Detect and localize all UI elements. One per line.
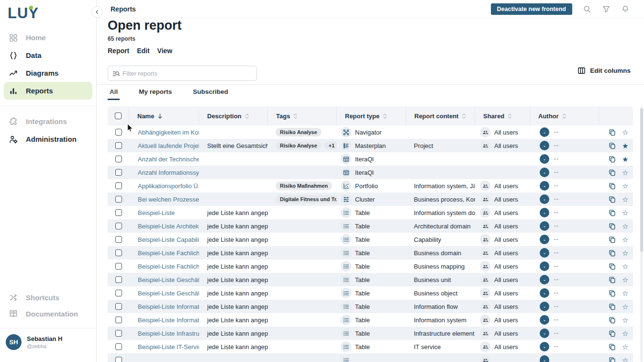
star-outline-icon[interactable]: ☆ [622,209,628,216]
select-all-checkbox[interactable] [115,113,122,119]
star-outline-icon[interactable]: ☆ [622,223,628,230]
copy-icon[interactable] [609,209,616,216]
row-checkbox[interactable] [115,343,122,350]
edit-columns-button[interactable]: Edit columns [577,67,631,75]
report-name-link[interactable]: Beispiel-Liste Capability [138,236,199,243]
tab-my-reports[interactable]: My reports [137,85,174,100]
filter-icon[interactable] [602,5,611,13]
report-name-link[interactable]: Anzahl Informationssy... [138,169,199,176]
copy-icon[interactable] [609,343,616,351]
copy-icon[interactable] [609,249,616,257]
copy-icon[interactable] [609,290,616,297]
sidebar-item-home[interactable]: Home [4,29,92,46]
tab-subscribed[interactable]: Subscribed [191,85,230,100]
copy-icon[interactable] [609,223,616,230]
sort-icon[interactable] [245,113,249,119]
row-checkbox[interactable] [115,196,122,203]
menu-report[interactable]: Report [108,47,129,55]
sort-icon[interactable] [562,113,566,119]
row-checkbox[interactable] [115,142,122,149]
row-checkbox[interactable] [115,209,122,216]
report-name-link[interactable]: Beispiel-Liste Infrastru... [138,330,199,337]
star-outline-icon[interactable]: ☆ [622,303,628,310]
bell-icon[interactable] [621,5,630,13]
scrollbar-thumb[interactable] [640,108,643,252]
copy-icon[interactable] [609,182,616,190]
star-outline-icon[interactable]: ☆ [622,249,628,257]
star-filled-icon[interactable]: ★ [622,142,628,149]
row-checkbox[interactable] [115,169,122,176]
copy-icon[interactable] [609,357,616,362]
report-name-link[interactable]: Beispiel-Liste [138,209,175,216]
deactivate-new-frontend-button[interactable]: Deactivate new frontend [491,3,572,15]
star-outline-icon[interactable]: ☆ [622,276,628,283]
sort-icon[interactable] [508,113,512,119]
report-name-link[interactable]: Beispiel-Liste Informati... [138,317,199,324]
row-checkbox[interactable] [115,129,122,136]
row-checkbox[interactable] [115,156,122,162]
star-filled-icon[interactable]: ★ [622,156,628,163]
sort-icon[interactable] [293,113,298,119]
star-outline-icon[interactable]: ☆ [622,182,628,190]
row-checkbox[interactable] [115,317,122,323]
star-outline-icon[interactable]: ☆ [622,317,628,324]
sidebar-item-data[interactable]: Data [4,46,92,64]
report-name-link[interactable]: Beispiel-Liste Geschäft... [138,276,199,283]
report-name-link[interactable]: Beispiel-Liste Fachlich... [138,249,199,257]
row-checkbox[interactable] [115,276,122,283]
filter-reports-input[interactable] [122,67,254,80]
report-name-link[interactable]: Applikationsporfolio Ü... [138,182,199,190]
copy-icon[interactable] [609,276,616,283]
row-checkbox[interactable] [115,303,122,310]
report-name-link[interactable]: Abhängigkeiten im Kon... [138,129,199,136]
row-checkbox[interactable] [115,182,122,189]
row-checkbox[interactable] [115,249,122,256]
sidebar-item-reports[interactable]: Reports [4,82,92,100]
report-name-link[interactable]: Aktuell laufende Projek... [138,142,199,149]
tab-all[interactable]: All [108,85,120,100]
report-name-link[interactable]: Beispiel-Liste Geschäft... [138,290,199,297]
copy-icon[interactable] [609,317,616,324]
sidebar-item-diagrams[interactable]: Diagrams [4,64,92,82]
star-outline-icon[interactable]: ☆ [622,263,628,270]
star-outline-icon[interactable]: ☆ [622,290,628,297]
copy-icon[interactable] [609,156,616,163]
row-checkbox[interactable] [115,223,122,229]
report-name-link[interactable]: Bei welchen Prozessen... [138,196,199,203]
sort-desc-icon[interactable] [157,113,163,119]
copy-icon[interactable] [609,142,616,149]
row-checkbox[interactable] [115,330,122,337]
menu-view[interactable]: View [157,47,173,55]
sidebar-item-shortcuts[interactable]: Shortcuts [4,289,92,305]
copy-icon[interactable] [609,330,616,337]
sidebar-item-documentation[interactable]: Documentation [4,305,92,322]
copy-icon[interactable] [609,263,616,270]
sidebar-item-integrations[interactable]: Integrations [4,113,92,130]
user-profile[interactable]: SH Sebastian H @sebha [6,334,62,350]
search-icon[interactable] [583,5,591,13]
copy-icon[interactable] [609,129,616,136]
menu-edit[interactable]: Edit [137,47,149,55]
row-checkbox[interactable] [115,236,122,243]
report-name-link[interactable]: Beispiel-Liste Architekt... [138,223,199,230]
report-name-link[interactable]: Beispiel-Liste Fachlich... [138,263,199,270]
report-name-link[interactable]: Beispiel-Liste Informati... [138,303,199,310]
row-checkbox[interactable] [115,263,122,270]
copy-icon[interactable] [609,236,616,243]
sidebar-collapse-button[interactable] [91,6,103,18]
sort-icon[interactable] [383,113,387,119]
star-outline-icon[interactable]: ☆ [622,343,628,351]
copy-icon[interactable] [609,169,616,176]
star-outline-icon[interactable]: ☆ [622,357,628,362]
star-outline-icon[interactable]: ☆ [622,129,628,136]
star-outline-icon[interactable]: ☆ [622,169,628,176]
star-outline-icon[interactable]: ☆ [622,236,628,243]
report-name-link[interactable]: Anzahl der Technische... [138,156,199,163]
report-name-link[interactable]: Beispiel-Liste IT-Servic... [138,343,199,351]
copy-icon[interactable] [609,196,616,203]
row-checkbox[interactable] [115,290,122,296]
star-outline-icon[interactable]: ☆ [622,196,628,203]
copy-icon[interactable] [609,303,616,310]
sort-icon[interactable] [462,113,466,119]
star-outline-icon[interactable]: ☆ [622,330,628,337]
